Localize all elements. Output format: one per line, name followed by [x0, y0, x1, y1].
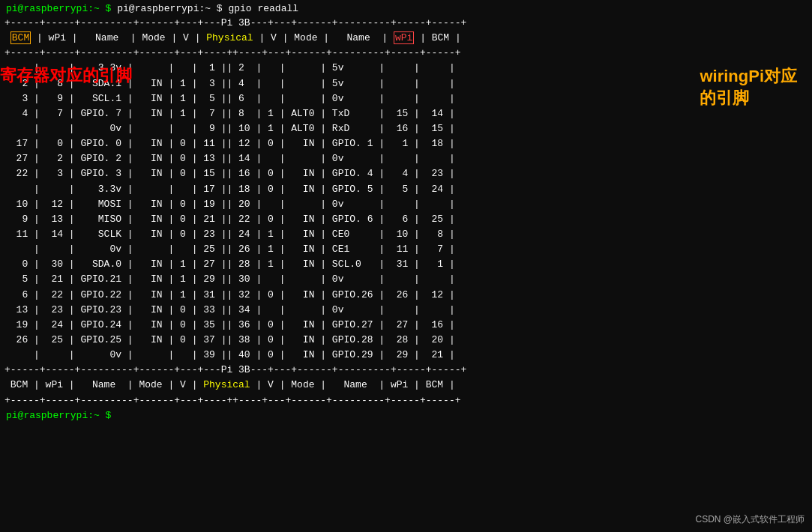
- row-16: 6 | 22 | GPIO.22 | IN | 1 | 31 || 32 | 0…: [4, 289, 455, 300]
- row-12: 11 | 14 | SCLK | IN | 0 | 23 || 24 | 1 |…: [4, 229, 455, 240]
- annotation-left: 寄存器对应的引脚: [0, 66, 132, 85]
- separator-mid: +-----+-----+---------+------+---+----++…: [4, 47, 461, 58]
- bottom-prompt: pi@raspberrypi:~ $: [0, 408, 812, 423]
- row-6: 17 | 0 | GPIO. 0 | IN | 0 | 11 || 12 | 0…: [4, 138, 455, 149]
- row-15: 5 | 21 | GPIO.21 | IN | 1 | 29 || 30 | |…: [4, 273, 455, 285]
- separator-top: +-----+-----+---------+------+---+---Pi …: [4, 17, 466, 28]
- row-18: 19 | 24 | GPIO.24 | IN | 0 | 35 || 36 | …: [4, 319, 455, 330]
- watermark: CSDN @嵌入式软件工程师: [695, 513, 805, 526]
- terminal-window: pi@raspberrypi:~ $ pi@raspberrypi:~ $ gp…: [0, 0, 812, 532]
- row-5: | | 0v | | | 9 || 10 | 1 | ALT0 | RxD | …: [4, 123, 455, 134]
- row-10: 10 | 12 | MOSI | IN | 0 | 19 || 20 | | |…: [4, 199, 455, 210]
- annotation-right: wiringPi对应的引脚: [700, 66, 797, 109]
- separator-bottom: +-----+-----+---------+------+---+---Pi …: [4, 364, 466, 375]
- row-13: | | 0v | | | 25 || 26 | 1 | IN | CE1 | 1…: [4, 244, 455, 255]
- footer-header: BCM | wPi | Name | Mode | V | Physical |…: [4, 379, 455, 390]
- row-4: 4 | 7 | GPIO. 7 | IN | 1 | 7 || 8 | 1 | …: [4, 108, 455, 119]
- prompt-text: pi@raspberrypi:~ $: [6, 3, 117, 14]
- header-row: BCM | wPi | Name | Mode | V | Physical |…: [4, 31, 461, 44]
- row-17: 13 | 23 | GPIO.23 | IN | 0 | 33 || 34 | …: [4, 304, 455, 315]
- separator-final: +-----+-----+---------+------+---+----++…: [4, 395, 461, 406]
- row-11: 9 | 13 | MISO | IN | 0 | 21 || 22 | 0 | …: [4, 214, 455, 225]
- row-8: 22 | 3 | GPIO. 3 | IN | 0 | 15 || 16 | 0…: [4, 168, 455, 179]
- bottom-prompt-text: pi@raspberrypi:~ $: [6, 410, 111, 421]
- row-19: 26 | 25 | GPIO.25 | IN | 0 | 37 || 38 | …: [4, 334, 455, 345]
- row-9: | | 3.3v | | | 17 || 18 | 0 | IN | GPIO.…: [4, 184, 455, 195]
- command-text: pi@raspberrypi:~ $ gpio readall: [117, 3, 298, 14]
- top-prompt: pi@raspberrypi:~ $ pi@raspberrypi:~ $ gp…: [0, 0, 812, 16]
- row-20: | | 0v | | | 39 || 40 | 0 | IN | GPIO.29…: [4, 349, 455, 360]
- row-3: 3 | 9 | SCL.1 | IN | 1 | 5 || 6 | | | 0v…: [4, 93, 455, 104]
- row-14: 0 | 30 | SDA.0 | IN | 1 | 27 || 28 | 1 |…: [4, 259, 455, 270]
- row-7: 27 | 2 | GPIO. 2 | IN | 0 | 13 || 14 | |…: [4, 153, 455, 164]
